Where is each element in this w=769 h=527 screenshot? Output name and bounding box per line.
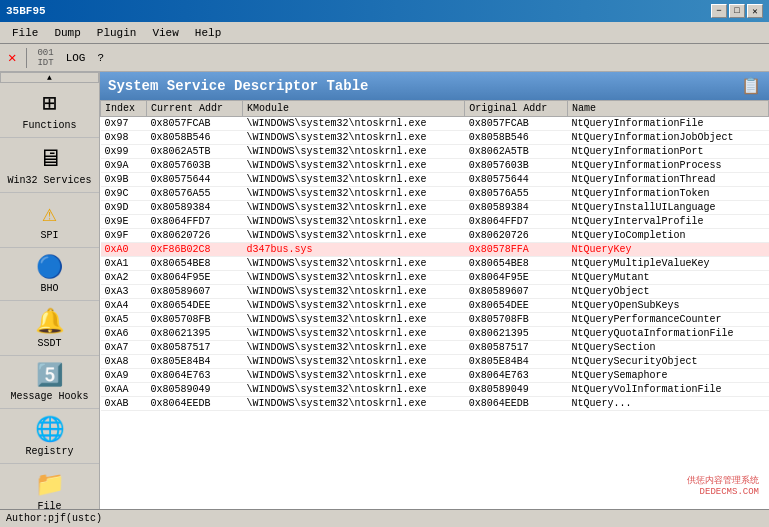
sidebar-scroll-up[interactable]: ▲ bbox=[0, 72, 99, 83]
cell-0: 0x97 bbox=[101, 117, 147, 131]
table-row[interactable]: 0x9A0x8057603B\WINDOWS\system32\ntoskrnl… bbox=[101, 159, 769, 173]
toolbar-idt-btn[interactable]: 001IDT bbox=[33, 46, 57, 70]
cell-2: d347bus.sys bbox=[242, 243, 464, 257]
file-icon: 📁 bbox=[35, 470, 65, 499]
cell-3: 0x8062A5TB bbox=[465, 145, 568, 159]
cell-1: 0x80587517 bbox=[147, 341, 243, 355]
table-row[interactable]: 0x9B0x80575644\WINDOWS\system32\ntoskrnl… bbox=[101, 173, 769, 187]
help-icon: ? bbox=[97, 52, 104, 64]
menu-dump[interactable]: Dump bbox=[46, 25, 88, 41]
col-header-name[interactable]: Name bbox=[567, 101, 768, 117]
table-row[interactable]: 0xA60x80621395\WINDOWS\system32\ntoskrnl… bbox=[101, 327, 769, 341]
cell-2: \WINDOWS\system32\ntoskrnl.exe bbox=[242, 341, 464, 355]
cell-2: \WINDOWS\system32\ntoskrnl.exe bbox=[242, 131, 464, 145]
cell-1: 0x80654BE8 bbox=[147, 257, 243, 271]
table-row[interactable]: 0x970x8057FCAB\WINDOWS\system32\ntoskrnl… bbox=[101, 117, 769, 131]
cell-4: NtQueryMultipleValueKey bbox=[567, 257, 768, 271]
toolbar: ✕ 001IDT LOG ? bbox=[0, 44, 769, 72]
cell-4: NtQueryInformationThread bbox=[567, 173, 768, 187]
cell-4: NtQuerySemaphore bbox=[567, 369, 768, 383]
cell-2: \WINDOWS\system32\ntoskrnl.exe bbox=[242, 327, 464, 341]
sidebar-item-spi[interactable]: ⚠ SPI bbox=[0, 193, 99, 248]
table-title: System Service Descriptor Table bbox=[108, 78, 368, 94]
sidebar-item-file[interactable]: 📁 File bbox=[0, 464, 99, 509]
ssdt-icon: 🔔 bbox=[35, 307, 65, 336]
col-header-current[interactable]: Current Addr bbox=[147, 101, 243, 117]
table-row[interactable]: 0x9C0x80576A55\WINDOWS\system32\ntoskrnl… bbox=[101, 187, 769, 201]
cell-4: NtQueryInformationProcess bbox=[567, 159, 768, 173]
table-row[interactable]: 0x9F0x80620726\WINDOWS\system32\ntoskrnl… bbox=[101, 229, 769, 243]
cell-0: 0xAB bbox=[101, 397, 147, 411]
sidebar-label-file: File bbox=[37, 501, 61, 509]
col-header-original[interactable]: Original Addr bbox=[465, 101, 568, 117]
table-container[interactable]: Index Current Addr KModule Original Addr… bbox=[100, 100, 769, 509]
cell-4: NtQueryInformationToken bbox=[567, 187, 768, 201]
table-row[interactable]: 0xA90x8064E763\WINDOWS\system32\ntoskrnl… bbox=[101, 369, 769, 383]
sidebar-label-bho: BHO bbox=[40, 283, 58, 294]
cell-2: \WINDOWS\system32\ntoskrnl.exe bbox=[242, 215, 464, 229]
cell-1: 0x8064FFD7 bbox=[147, 215, 243, 229]
toolbar-log-btn[interactable]: LOG bbox=[62, 50, 90, 66]
col-header-index[interactable]: Index bbox=[101, 101, 147, 117]
table-row[interactable]: 0xA20x8064F95E\WINDOWS\system32\ntoskrnl… bbox=[101, 271, 769, 285]
table-row[interactable]: 0xA80x805E84B4\WINDOWS\system32\ntoskrnl… bbox=[101, 355, 769, 369]
sidebar-item-functions[interactable]: ⊞ Functions bbox=[0, 83, 99, 138]
cell-1: 0x8062A5TB bbox=[147, 145, 243, 159]
toolbar-help-btn[interactable]: ? bbox=[93, 50, 108, 66]
table-row[interactable]: 0x990x8062A5TB\WINDOWS\system32\ntoskrnl… bbox=[101, 145, 769, 159]
cell-3: 0x80589049 bbox=[465, 383, 568, 397]
close-icon: ✕ bbox=[8, 49, 16, 66]
table-row[interactable]: 0xA00xF86B02C8d347bus.sys0x80578FFANtQue… bbox=[101, 243, 769, 257]
cell-3: 0x80589384 bbox=[465, 201, 568, 215]
cell-0: 0x9A bbox=[101, 159, 147, 173]
cell-1: 0x8064EEDB bbox=[147, 397, 243, 411]
cell-3: 0x80620726 bbox=[465, 229, 568, 243]
menu-plugin[interactable]: Plugin bbox=[89, 25, 145, 41]
author-label: Author:pjf(ustc) bbox=[6, 513, 102, 524]
minimize-button[interactable]: − bbox=[711, 4, 727, 18]
content-header: System Service Descriptor Table 📋 bbox=[100, 72, 769, 100]
cell-3: 0x80621395 bbox=[465, 327, 568, 341]
table-row[interactable]: 0x9D0x80589384\WINDOWS\system32\ntoskrnl… bbox=[101, 201, 769, 215]
close-button[interactable]: ✕ bbox=[747, 4, 763, 18]
table-row[interactable]: 0xA70x80587517\WINDOWS\system32\ntoskrnl… bbox=[101, 341, 769, 355]
menu-bar: File Dump Plugin View Help bbox=[0, 22, 769, 44]
cell-3: 0x80654DEE bbox=[465, 299, 568, 313]
content-area: System Service Descriptor Table 📋 Index … bbox=[100, 72, 769, 509]
maximize-button[interactable]: □ bbox=[729, 4, 745, 18]
sidebar-label-registry: Registry bbox=[25, 446, 73, 457]
cell-2: \WINDOWS\system32\ntoskrnl.exe bbox=[242, 299, 464, 313]
sidebar-item-messagehooks[interactable]: 5️⃣ Message Hooks bbox=[0, 356, 99, 409]
table-row[interactable]: 0xAA0x80589049\WINDOWS\system32\ntoskrnl… bbox=[101, 383, 769, 397]
cell-3: 0x8058B546 bbox=[465, 131, 568, 145]
menu-help[interactable]: Help bbox=[187, 25, 229, 41]
sidebar-item-bho[interactable]: 🔵 BHO bbox=[0, 248, 99, 301]
menu-view[interactable]: View bbox=[144, 25, 186, 41]
table-row[interactable]: 0xA10x80654BE8\WINDOWS\system32\ntoskrnl… bbox=[101, 257, 769, 271]
table-row[interactable]: 0xA40x80654DEE\WINDOWS\system32\ntoskrnl… bbox=[101, 299, 769, 313]
table-row[interactable]: 0x980x8058B546\WINDOWS\system32\ntoskrnl… bbox=[101, 131, 769, 145]
cell-3: 0x8064FFD7 bbox=[465, 215, 568, 229]
sidebar-item-registry[interactable]: 🌐 Registry bbox=[0, 409, 99, 464]
table-row[interactable]: 0xA30x80589607\WINDOWS\system32\ntoskrnl… bbox=[101, 285, 769, 299]
menu-file[interactable]: File bbox=[4, 25, 46, 41]
cell-4: NtQuery... bbox=[567, 397, 768, 411]
sidebar-item-win32services[interactable]: 🖥 Win32 Services bbox=[0, 138, 99, 193]
cell-4: NtQueryPerformanceCounter bbox=[567, 313, 768, 327]
cell-2: \WINDOWS\system32\ntoskrnl.exe bbox=[242, 369, 464, 383]
cell-0: 0xA5 bbox=[101, 313, 147, 327]
cell-4: NtQuerySecurityObject bbox=[567, 355, 768, 369]
cell-1: 0xF86B02C8 bbox=[147, 243, 243, 257]
sidebar-item-ssdt[interactable]: 🔔 SSDT bbox=[0, 301, 99, 356]
table-row[interactable]: 0x9E0x8064FFD7\WINDOWS\system32\ntoskrnl… bbox=[101, 215, 769, 229]
cell-2: \WINDOWS\system32\ntoskrnl.exe bbox=[242, 271, 464, 285]
ssdt-table: Index Current Addr KModule Original Addr… bbox=[100, 100, 769, 411]
cell-1: 0x80575644 bbox=[147, 173, 243, 187]
cell-1: 0x8057603B bbox=[147, 159, 243, 173]
col-header-kmodule[interactable]: KModule bbox=[242, 101, 464, 117]
cell-0: 0xA4 bbox=[101, 299, 147, 313]
table-row[interactable]: 0xA50x805708FB\WINDOWS\system32\ntoskrnl… bbox=[101, 313, 769, 327]
table-row[interactable]: 0xAB0x8064EEDB\WINDOWS\system32\ntoskrnl… bbox=[101, 397, 769, 411]
cell-2: \WINDOWS\system32\ntoskrnl.exe bbox=[242, 313, 464, 327]
toolbar-close-btn[interactable]: ✕ bbox=[4, 47, 20, 68]
